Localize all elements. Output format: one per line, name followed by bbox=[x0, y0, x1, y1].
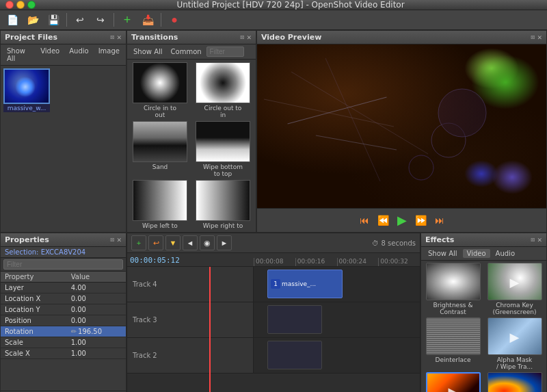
svg-line-0 bbox=[264, 99, 394, 127]
prop-location-x-value: 0.00 bbox=[67, 293, 126, 304]
toolbar-separator-2 bbox=[114, 13, 114, 27]
prop-location-y-value: 0.00 bbox=[67, 304, 126, 315]
tab-video[interactable]: Video bbox=[37, 47, 63, 63]
properties-close-icon[interactable]: ✕ bbox=[116, 237, 122, 244]
timeline-ruler-marks: 00:00:08 00:00:16 00:00:24 00:00:32 bbox=[254, 258, 420, 266]
prop-col-value: Value bbox=[67, 272, 126, 283]
effect-brightness[interactable]: Brightness &Contrast bbox=[423, 263, 483, 315]
add-track-button[interactable]: + bbox=[131, 235, 146, 250]
effect-alphamask[interactable]: ▶ Alpha Mask/ Wipe Tra... bbox=[485, 317, 544, 370]
effect-negative[interactable]: ▶ Negative bbox=[423, 372, 483, 392]
svg-point-5 bbox=[438, 89, 486, 137]
transitions-close-icon[interactable]: ✕ bbox=[246, 34, 252, 41]
transitions-grid: Circle in toout Circle out toin Sand Wip… bbox=[127, 60, 256, 232]
transition-circle-out[interactable]: Circle out toin bbox=[193, 62, 253, 118]
clip-massive[interactable]: massive_... bbox=[267, 270, 343, 298]
prop-row-location-x[interactable]: Location X 0.00 bbox=[1, 293, 126, 304]
prop-layer-value: 4.00 bbox=[67, 283, 126, 293]
transition-thumb-wipe-right bbox=[196, 180, 250, 221]
prop-row-scale[interactable]: Scale 1.00 bbox=[1, 337, 126, 348]
undo-button[interactable]: ↩ bbox=[70, 10, 90, 29]
effect-thumb-alphamask: ▶ bbox=[488, 317, 542, 355]
track-content-2[interactable] bbox=[254, 338, 420, 373]
prop-scale-label: Scale bbox=[1, 337, 67, 348]
transitions-pin-icon[interactable]: ⊠ bbox=[240, 34, 245, 41]
timeline-back-button[interactable]: ↩ bbox=[148, 235, 163, 250]
maximize-button[interactable] bbox=[27, 1, 36, 9]
effect-colorsaturation[interactable]: ColorSaturation bbox=[485, 372, 544, 392]
transitions-filter-input[interactable] bbox=[206, 47, 244, 57]
timeline-playhead[interactable] bbox=[209, 267, 211, 392]
timeline-next-button[interactable]: ► bbox=[217, 235, 232, 250]
timeline-info-button[interactable]: ◉ bbox=[200, 235, 215, 250]
effects-pin-icon[interactable]: ⊠ bbox=[531, 237, 535, 244]
effects-audio[interactable]: Audio bbox=[492, 249, 519, 258]
new-button[interactable]: 📄 bbox=[3, 10, 22, 29]
transitions-common[interactable]: Common bbox=[168, 47, 205, 56]
import-button[interactable]: 📥 bbox=[138, 10, 157, 29]
negative-play-icon: ▶ bbox=[449, 384, 458, 392]
save-button[interactable]: 💾 bbox=[44, 10, 63, 29]
prop-row-layer[interactable]: Layer 4.00 bbox=[1, 283, 126, 293]
window-controls[interactable] bbox=[5, 1, 36, 9]
prev-frame-button[interactable]: ⏪ bbox=[375, 213, 392, 227]
transition-sand[interactable]: Sand bbox=[130, 121, 190, 177]
track-label-3: Track 3 bbox=[127, 302, 254, 337]
transitions-panel: Transitions ⊠ ✕ Show All Common Circle i… bbox=[126, 30, 256, 233]
jump-end-button[interactable]: ⏭ bbox=[432, 213, 447, 227]
effect-label-chromakey: Chroma Key(Greenscreen) bbox=[492, 302, 536, 315]
transition-label-sand: Sand bbox=[152, 164, 168, 170]
transition-circle-in[interactable]: Circle in toout bbox=[130, 62, 190, 118]
effect-chromakey[interactable]: ▶ Chroma Key(Greenscreen) bbox=[485, 263, 544, 315]
transition-wipe-bottom[interactable]: Wipe bottomto top bbox=[193, 121, 253, 177]
redo-button[interactable]: ↪ bbox=[91, 10, 110, 29]
tab-audio[interactable]: Audio bbox=[66, 47, 92, 63]
transition-wipe-right[interactable]: Wipe right to bbox=[193, 180, 253, 229]
tab-show-all[interactable]: Show All bbox=[3, 47, 34, 63]
file-thumb-massive[interactable]: massive_w... bbox=[3, 68, 50, 112]
alphamask-play-icon: ▶ bbox=[510, 329, 520, 343]
record-button[interactable]: ● bbox=[165, 10, 184, 29]
video-preview-pin-icon[interactable]: ⊠ bbox=[531, 34, 535, 41]
timeline-marker-button[interactable]: ▼ bbox=[165, 235, 181, 250]
open-button[interactable]: 📂 bbox=[23, 10, 42, 29]
effects-close-icon[interactable]: ✕ bbox=[537, 237, 542, 244]
track-content-3[interactable] bbox=[254, 302, 420, 337]
transition-thumb-wipe-bottom bbox=[196, 121, 250, 162]
transition-wipe-left[interactable]: Wipe left to bbox=[130, 180, 190, 229]
prop-row-rotation[interactable]: Rotation ✏ 196.50 bbox=[1, 326, 126, 337]
properties-header: Properties ⊠ ✕ bbox=[1, 233, 126, 247]
prop-row-position[interactable]: Position 0.00 bbox=[1, 315, 126, 326]
tab-image[interactable]: Image bbox=[95, 47, 123, 63]
project-files-tabs: Show All Video Audio Image bbox=[1, 44, 126, 66]
transition-label-wipe-left: Wipe left to bbox=[142, 222, 178, 229]
add-button[interactable]: + bbox=[118, 10, 137, 29]
video-preview-close-icon[interactable]: ✕ bbox=[537, 34, 542, 41]
properties-pin-icon[interactable]: ⊠ bbox=[110, 237, 115, 244]
play-button[interactable]: ▶ bbox=[395, 211, 410, 229]
ruler-mark-1: 00:00:16 bbox=[295, 258, 337, 266]
transition-label-circle-in: Circle in toout bbox=[144, 105, 176, 118]
next-frame-button[interactable]: ⏩ bbox=[412, 213, 429, 227]
project-files-pin-icon[interactable]: ⊠ bbox=[110, 34, 115, 41]
prop-location-x-label: Location X bbox=[1, 293, 67, 304]
properties-filter-input[interactable] bbox=[3, 259, 123, 270]
timeline-prev-button[interactable]: ◄ bbox=[183, 235, 198, 250]
effect-deinterlace[interactable]: Deinterlace bbox=[423, 317, 483, 370]
jump-start-button[interactable]: ⏮ bbox=[357, 213, 372, 227]
project-files-close-icon[interactable]: ✕ bbox=[116, 34, 122, 41]
close-button[interactable] bbox=[5, 1, 14, 9]
minimize-button[interactable] bbox=[16, 1, 25, 9]
effects-show-all[interactable]: Show All bbox=[424, 249, 462, 258]
prop-scale-value: 1.00 bbox=[67, 337, 126, 348]
video-controls: ⏮ ⏪ ▶ ⏩ ⏭ bbox=[257, 208, 546, 232]
effects-video[interactable]: Video bbox=[463, 249, 490, 258]
track-content-4[interactable]: massive_... bbox=[254, 267, 420, 302]
effect-label-deinterlace: Deinterlace bbox=[436, 356, 471, 363]
prop-row-scale-x[interactable]: Scale X 1.00 bbox=[1, 348, 126, 359]
transition-thumb-circle-out bbox=[196, 62, 250, 103]
timeline-toolbar: + ↩ ▼ ◄ ◉ ► ⏱ 8 seconds bbox=[127, 233, 420, 253]
prop-row-location-y[interactable]: Location Y 0.00 bbox=[1, 304, 126, 315]
effect-thumb-chromakey: ▶ bbox=[488, 263, 542, 300]
transitions-show-all[interactable]: Show All bbox=[130, 47, 166, 56]
